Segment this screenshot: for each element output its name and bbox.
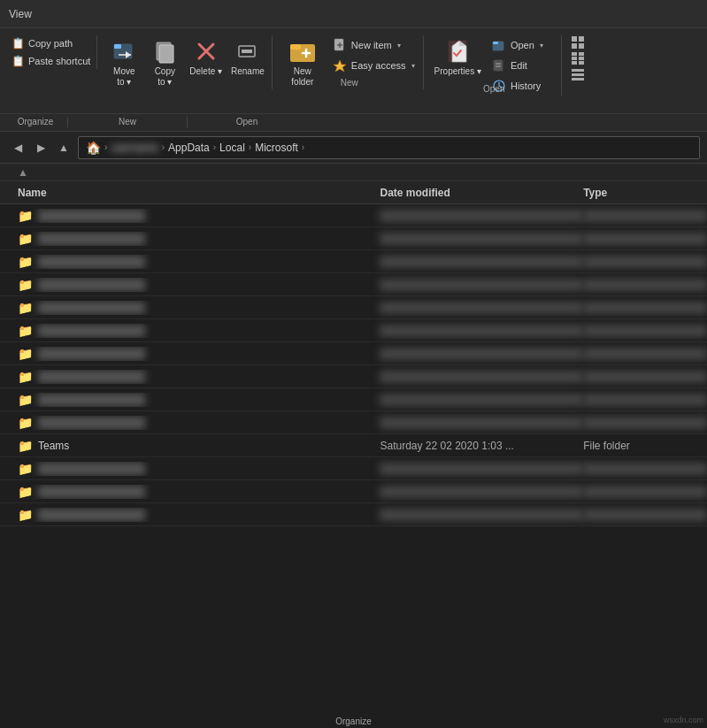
view-list-btn[interactable] <box>569 51 587 65</box>
file-date: blurred date text <box>380 371 583 383</box>
copy-to-btn[interactable]: Copyto ▾ <box>145 35 184 89</box>
file-name: blurred name text here <box>38 256 145 268</box>
new-item-label: New item <box>351 40 392 50</box>
home-icon: 🏠 <box>86 141 101 155</box>
table-row[interactable]: 📁blurred name text hereblurred date text… <box>0 388 707 411</box>
properties-btn[interactable]: Properties ▾ <box>431 35 485 79</box>
folder-icon: 📁 <box>18 232 33 246</box>
open-btn[interactable]: Open ▾ <box>487 35 557 55</box>
file-date: blurred date text <box>380 210 583 222</box>
svg-rect-20 <box>494 60 503 71</box>
copy-path-label: Copy path <box>28 38 73 49</box>
organize-group: Moveto ▾ Copyto ▾ <box>101 35 273 89</box>
file-date: blurred date text <box>380 463 583 475</box>
delete-btn[interactable]: Delete ▾ <box>186 35 226 79</box>
svg-rect-19 <box>493 42 498 44</box>
easy-access-icon <box>332 57 348 73</box>
folder-icon: 📁 <box>18 393 33 407</box>
appdata-path-part[interactable]: AppData <box>168 142 210 154</box>
open-group-label-bottom: Open <box>189 117 304 126</box>
table-row[interactable]: 📁blurred name text hereblurred date text… <box>0 457 707 480</box>
view-details-btn[interactable] <box>569 67 587 81</box>
edit-icon <box>491 57 507 73</box>
address-path-bar[interactable]: 🏠 › username › AppData › Local › Microso… <box>78 136 700 159</box>
table-row[interactable]: 📁blurred name text hereblurred date text… <box>0 273 707 296</box>
microsoft-path-part[interactable]: Microsoft <box>255 142 298 154</box>
table-row[interactable]: 📁blurred name text hereblurred date text… <box>0 480 707 503</box>
svg-rect-27 <box>579 43 584 49</box>
file-name: blurred name text here <box>38 325 145 337</box>
table-row[interactable]: 📁blurred name text hereblurred date text… <box>0 411 707 434</box>
file-area: ▲ Name Date modified Type 📁blurred name … <box>0 164 707 728</box>
table-row[interactable]: 📁blurred name text hereblurred date text… <box>0 296 707 319</box>
new-item-icon <box>332 37 348 53</box>
file-type: File folder <box>583 279 707 291</box>
address-bar: ◀ ▶ ▲ 🏠 › username › AppData › Local › M… <box>0 132 707 164</box>
move-to-btn[interactable]: Moveto ▾ <box>104 35 143 89</box>
file-date: blurred date text <box>380 256 583 268</box>
file-type: File folder <box>583 463 707 475</box>
folder-icon: 📁 <box>18 347 33 361</box>
properties-icon <box>443 37 472 65</box>
file-type: File folder <box>583 486 707 498</box>
svg-rect-4 <box>159 45 173 63</box>
svg-marker-16 <box>334 60 346 72</box>
col-type-header[interactable]: Type <box>583 187 707 199</box>
col-date-header[interactable]: Date modified <box>380 187 583 199</box>
file-date: blurred date text <box>380 417 583 429</box>
table-row[interactable]: 📁blurred name text hereblurred date text… <box>0 319 707 342</box>
file-type: File folder <box>583 325 707 337</box>
new-item-btn[interactable]: New item ▾ <box>327 35 419 55</box>
file-name: blurred name text here <box>38 394 145 406</box>
file-name: blurred name text here <box>38 417 145 429</box>
forward-btn[interactable]: ▶ <box>30 137 51 158</box>
svg-rect-33 <box>579 61 584 65</box>
paste-shortcut-btn[interactable]: 📋 Paste shortcut <box>9 53 93 69</box>
easy-access-chevron: ▾ <box>411 62 415 70</box>
new-group-label: New <box>276 78 423 88</box>
paste-shortcut-label: Paste shortcut <box>28 56 90 66</box>
svg-rect-32 <box>572 61 577 65</box>
view-tile-btn[interactable] <box>569 35 587 50</box>
clipboard-group: 📋 Copy path 📋 Paste shortcut <box>5 35 97 69</box>
svg-rect-24 <box>572 36 577 42</box>
rename-btn[interactable]: Rename <box>227 35 268 79</box>
folder-icon: 📁 <box>18 439 33 453</box>
folder-icon: 📁 <box>18 278 33 292</box>
file-list[interactable]: ▲ Name Date modified Type 📁blurred name … <box>0 164 707 728</box>
user-path-part[interactable]: username <box>111 142 158 154</box>
copy-path-btn[interactable]: 📋 Copy path <box>9 35 93 51</box>
table-row[interactable]: 📁blurred name text hereblurred date text… <box>0 365 707 388</box>
table-row[interactable]: 📁blurred name text hereblurred date text… <box>0 503 707 526</box>
svg-rect-25 <box>579 36 584 42</box>
back-btn[interactable]: ◀ <box>7 137 28 158</box>
open-group-label: Open <box>427 84 561 94</box>
file-type: File folder <box>583 348 707 360</box>
easy-access-btn[interactable]: Easy access ▾ <box>327 56 419 75</box>
table-row[interactable]: 📁TeamsSaturday 22 02 2020 1:03 ...File f… <box>0 434 707 457</box>
file-type: File folder <box>583 210 707 222</box>
folder-icon: 📁 <box>18 324 33 338</box>
file-date: blurred date text <box>380 394 583 406</box>
properties-label: Properties ▾ <box>434 66 481 77</box>
file-type: File folder <box>583 371 707 383</box>
new-group: Newfolder New item ▾ <box>276 35 424 89</box>
file-name: blurred name text here <box>38 463 145 475</box>
table-row[interactable]: 📁blurred name text hereblurred date text… <box>0 204 707 227</box>
table-row[interactable]: 📁blurred name text hereblurred date text… <box>0 250 707 273</box>
file-date: blurred date text <box>380 233 583 245</box>
col-name-header[interactable]: Name <box>0 187 380 199</box>
up-btn[interactable]: ▲ <box>53 137 74 158</box>
file-name: blurred name text here <box>38 279 145 291</box>
copy-to-label: Copyto ▾ <box>155 66 175 88</box>
table-row[interactable]: 📁blurred name text hereblurred date text… <box>0 227 707 250</box>
delete-icon <box>192 37 220 65</box>
file-date: blurred date text <box>380 325 583 337</box>
table-row[interactable]: 📁blurred name text hereblurred date text… <box>0 342 707 365</box>
file-type: File folder <box>583 394 707 406</box>
open-label: Open <box>511 40 534 50</box>
file-name: blurred name text here <box>38 371 145 383</box>
watermark: wsxdn.com <box>664 716 703 724</box>
local-path-part[interactable]: Local <box>219 142 245 154</box>
edit-btn[interactable]: Edit <box>487 56 557 75</box>
